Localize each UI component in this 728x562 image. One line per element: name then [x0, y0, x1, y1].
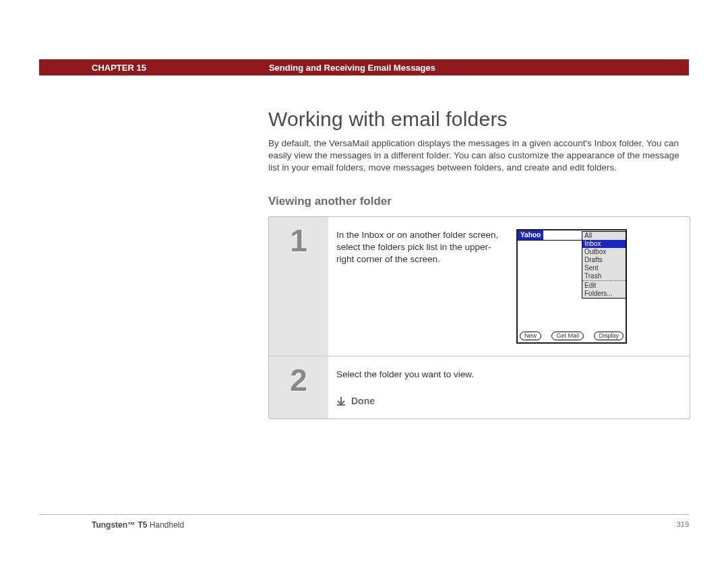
page-footer: Tungsten™ T5 Handheld 319 — [39, 514, 689, 530]
picklist-item-outbox[interactable]: Outbox — [582, 248, 626, 256]
picklist-item-edit-folders[interactable]: Edit Folders... — [582, 282, 626, 298]
steps-table: 1 In the Inbox or on another folder scre… — [268, 216, 690, 419]
picklist-item-sent[interactable]: Sent — [582, 264, 626, 272]
step-text: In the Inbox or on another folder screen… — [336, 229, 502, 266]
palm-footer: New Get Mail Display — [518, 330, 626, 342]
picklist-item-all[interactable]: All — [582, 232, 626, 240]
done-label: Done — [351, 396, 375, 406]
product-name: Tungsten™ T5 Handheld — [92, 520, 184, 530]
step-text: Select the folder you want to view. — [336, 369, 677, 381]
chapter-bar: CHAPTER 15 Sending and Receiving Email M… — [39, 59, 689, 75]
step-row: 1 In the Inbox or on another folder scre… — [269, 217, 690, 356]
section-subheading: Viewing another folder — [268, 195, 690, 208]
step-body: Select the folder you want to view. Done — [328, 356, 690, 418]
step-body: In the Inbox or on another folder screen… — [328, 217, 690, 356]
step-number: 1 — [269, 217, 328, 356]
palm-new-button[interactable]: New — [520, 332, 541, 340]
palm-folder-picklist[interactable]: All Inbox Outbox Drafts Sent Trash Edit … — [582, 231, 626, 299]
product-rest: Handheld — [147, 520, 184, 530]
palm-getmail-button[interactable]: Get Mail — [551, 332, 584, 340]
palm-screenshot: Yahoo 0/0 All Inbox Outbox Drafts Sent T… — [516, 229, 627, 344]
done-marker: Done — [336, 396, 677, 406]
step-number: 2 — [269, 356, 328, 418]
page-number: 319 — [677, 520, 689, 530]
done-arrow-icon — [336, 396, 346, 406]
chapter-title: Sending and Receiving Email Messages — [269, 63, 435, 73]
page-heading: Working with email folders — [268, 108, 690, 131]
picklist-item-drafts[interactable]: Drafts — [582, 256, 626, 264]
chapter-label: CHAPTER 15 — [92, 63, 146, 73]
palm-body: All Inbox Outbox Drafts Sent Trash Edit … — [518, 240, 626, 330]
picklist-item-inbox[interactable]: Inbox — [582, 240, 626, 248]
picklist-item-trash[interactable]: Trash — [582, 272, 626, 280]
palm-account: Yahoo — [518, 230, 543, 240]
palm-display-button[interactable]: Display — [594, 332, 624, 340]
step-row: 2 Select the folder you want to view. Do… — [269, 356, 690, 418]
intro-paragraph: By default, the VersaMail application di… — [268, 137, 690, 175]
product-bold: Tungsten™ T5 — [92, 520, 147, 530]
main-content: Working with email folders By default, t… — [268, 108, 690, 419]
